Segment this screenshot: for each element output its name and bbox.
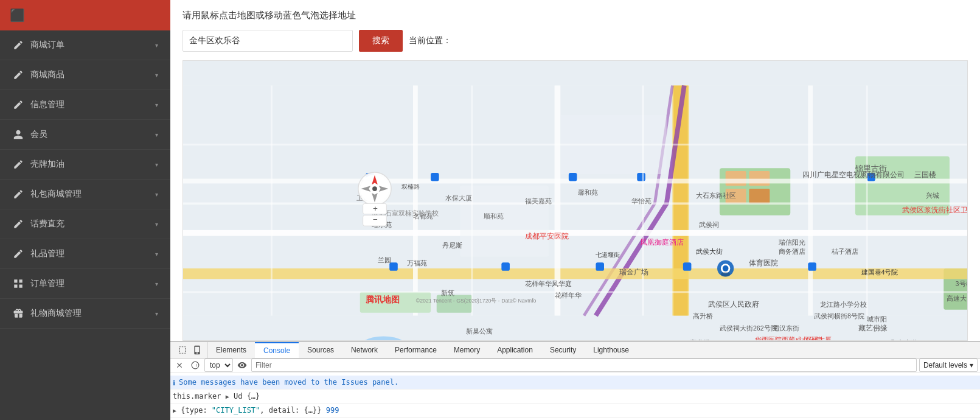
svg-rect-7 [749,171,770,186]
sidebar-item-info-manage[interactable]: 信息管理 ▾ [0,90,170,120]
svg-text:福美嘉苑: 福美嘉苑 [525,197,552,205]
svg-text:武侯区人民政府: 武侯区人民政府 [708,300,759,308]
svg-text:高升桥: 高升桥 [690,339,710,340]
svg-text:+: + [373,204,378,213]
map-instruction: 请用鼠标点击地图或移动蓝色气泡选择地址 [182,10,968,21]
svg-text:瑞金广场: 瑞金广场 [619,268,648,276]
sidebar-item-recharge[interactable]: 话费直充 ▾ [0,209,170,239]
devtools-tabs: Elements Console Sources Network Perform… [170,342,980,359]
svg-text:成都平安医院: 成都平安医院 [525,232,569,240]
grid-icon [12,278,24,290]
tab-elements[interactable]: Elements [207,342,255,358]
sidebar-item-label: 商城商品 [30,69,64,80]
tab-security[interactable]: Security [541,342,585,358]
edit-icon [12,39,24,51]
tab-lighthouse[interactable]: Lighthouse [585,342,638,358]
sidebar-item-gift-manage[interactable]: 礼包商城管理 ▾ [0,180,170,209]
svg-text:花样年华: 花样年华 [555,292,582,299]
chevron-icon: ▾ [155,310,158,317]
svg-text:百丽大厦: 百丽大厦 [805,336,832,340]
svg-text:万福苑: 万福苑 [407,259,427,267]
chevron-icon: ▾ [155,42,158,49]
edit-icon-6 [12,218,24,230]
chevron-icon: ▾ [155,281,158,287]
svg-text:丹尼斯: 丹尼斯 [442,242,462,249]
log-levels-selector[interactable]: Default levels ▾ [919,359,978,372]
svg-rect-6 [726,171,746,186]
svg-text:华怡苑: 华怡苑 [631,197,652,205]
svg-text:藏艺佛缘: 藏艺佛缘 [858,324,888,332]
svg-text:七道堰街: 七道堰街 [596,251,620,258]
chevron-icon: ▾ [155,102,158,108]
svg-text:新巢公寓: 新巢公寓 [466,327,493,335]
sidebar: ⬛ 商城订单 ▾ 商城商品 ▾ [0,0,170,420]
svg-point-107 [372,186,377,191]
search-input[interactable] [182,30,353,52]
chevron-icon: ▾ [155,251,158,257]
devtools-panel: Elements Console Sources Network Perform… [170,341,980,420]
sidebar-item-gift-mgmt[interactable]: 礼品管理 ▾ [0,239,170,269]
eye-icon[interactable] [235,359,249,372]
svg-point-41 [723,265,729,271]
console-messages: ℹ Some messages have been moved to the I… [170,373,980,421]
clear-console-button[interactable] [173,359,186,372]
tab-memory[interactable]: Memory [445,342,488,358]
svg-text:高速大: 高速大 [947,295,967,302]
sidebar-item-label: 话费直充 [30,219,64,229]
main-content: 请用鼠标点击地图或移动蓝色气泡选择地址 搜索 当前位置： [170,0,980,420]
svg-text:!: ! [195,363,197,368]
devtools-left-icons [173,342,207,358]
svg-rect-23 [569,173,577,181]
sidebar-item-label: 礼包商城管理 [30,189,82,200]
svg-rect-29 [501,262,510,271]
sidebar-item-shop-products[interactable]: 商城商品 ▾ [0,60,170,90]
tab-console[interactable]: Console [255,342,299,358]
svg-rect-11 [183,230,967,236]
tab-application[interactable]: Application [488,342,541,358]
sidebar-item-gift-shop-manage[interactable]: 礼物商城管理 ▾ [0,299,170,329]
show-issues-button[interactable]: ! [189,359,202,372]
sidebar-item-order-manage[interactable]: 订单管理 ▾ [0,269,170,299]
svg-text:和合大道: 和合大道 [891,339,917,340]
svg-rect-20 [460,186,549,256]
svg-text:桔子酒店: 桔子酒店 [831,248,858,255]
svg-text:−: − [373,215,378,224]
edit-icon-5 [12,188,24,200]
filter-input[interactable] [251,359,917,372]
console-message-text: Some messages have been moved to the Iss… [179,377,978,388]
map-container[interactable]: 卫居苑 双楠路 水保大厦 顺和苑 福美嘉苑 馨和苑 成都平安医院 华怡苑 凤凰御… [182,60,968,341]
device-toggle-icon[interactable] [191,344,203,356]
current-location-label: 当前位置： [409,35,451,46]
chevron-icon: ▾ [155,72,158,79]
svg-text:城市阳: 城市阳 [866,315,887,323]
svg-text:腾讯地图: 腾讯地图 [365,295,400,304]
chevron-icon: ▾ [155,161,158,168]
sidebar-item-shell-boost[interactable]: 壳牌加油 ▾ [0,150,170,180]
svg-text:龙江路小学分校: 龙江路小学分校 [820,301,867,308]
svg-rect-10 [183,268,967,279]
map-section: 请用鼠标点击地图或移动蓝色气泡选择地址 搜索 当前位置： [170,0,980,341]
tab-sources[interactable]: Sources [299,342,342,358]
search-button[interactable]: 搜索 [359,30,403,52]
svg-text:三国楼: 三国楼 [914,170,936,178]
sidebar-item-members[interactable]: 会员 ▾ [0,120,170,150]
svg-text:武侯大街: 武侯大街 [696,248,723,255]
svg-text:大石东路社区: 大石东路社区 [696,192,736,199]
console-toolbar: ! top Default levels ▾ [170,359,980,373]
console-message-citylist: ▶ {type: "CITY_LIST", detail: {…}} 999 [170,404,980,418]
svg-text:馨和苑: 馨和苑 [578,189,598,196]
svg-text:名都苑: 名都苑 [413,212,433,220]
svg-rect-13 [413,86,418,316]
svg-text:体育医院: 体育医院 [749,259,778,267]
svg-text:商务酒店: 商务酒店 [779,248,805,255]
tab-performance[interactable]: Performance [386,342,445,358]
inspect-element-icon[interactable] [176,344,189,356]
tab-network[interactable]: Network [342,342,386,358]
svg-text:四川广电星空电视购物有限公司: 四川广电星空电视购物有限公司 [802,170,905,178]
svg-text:武侯祠大街262号院: 武侯祠大街262号院 [720,324,777,332]
logo-icon: ⬛ [10,8,25,23]
svg-text:新筑: 新筑 [441,289,454,296]
sidebar-item-shop-orders[interactable]: 商城订单 ▾ [0,30,170,60]
context-selector[interactable]: top [204,359,233,372]
svg-text:顺和苑: 顺和苑 [484,212,504,220]
